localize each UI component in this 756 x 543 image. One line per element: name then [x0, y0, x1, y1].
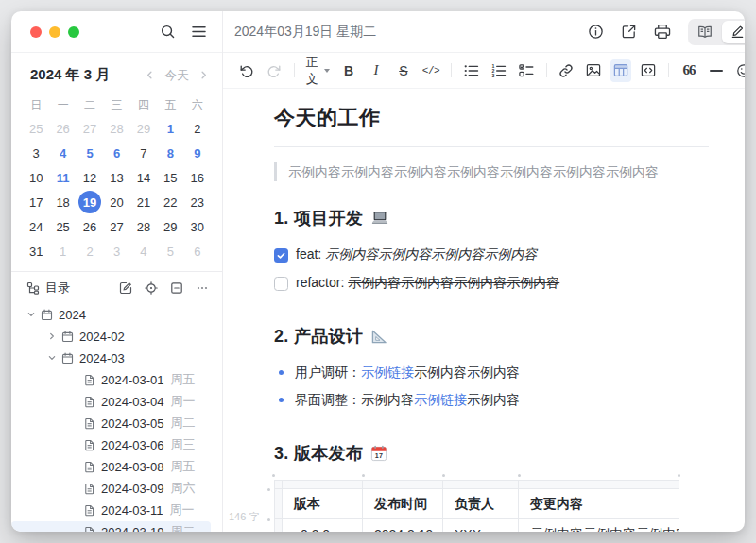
minimize-window-button[interactable]: [49, 26, 60, 38]
calendar-day[interactable]: 10: [23, 165, 49, 190]
calendar-day[interactable]: 28: [103, 116, 129, 141]
calendar-day[interactable]: 2: [77, 239, 103, 263]
search-icon[interactable]: [160, 24, 176, 40]
calendar-day[interactable]: 3: [23, 141, 49, 165]
toc-item-2024[interactable]: 2024: [11, 304, 211, 325]
inline-link[interactable]: 示例链接: [414, 392, 467, 409]
calendar-day[interactable]: 31: [23, 239, 49, 263]
bullet-list-icon[interactable]: [461, 59, 482, 82]
toc-item-2024-02[interactable]: 2024-02: [11, 326, 211, 347]
content-table[interactable]: 版本发布时间负责人变更内容v0.3.02024.3.19XXX示例内容示例内容示…: [274, 480, 679, 532]
document-content[interactable]: 今天的工作 示例内容示例内容示例内容示例内容示例内容示例内容示例内容 1. 项目…: [223, 89, 745, 532]
calendar-day[interactable]: 1: [49, 239, 76, 263]
calendar-day[interactable]: 4: [49, 141, 76, 165]
calendar-day[interactable]: 22: [157, 190, 183, 214]
emoji-icon[interactable]: [733, 59, 745, 82]
calendar-day[interactable]: 18: [49, 190, 76, 214]
table-column-handle[interactable]: [363, 481, 443, 489]
calendar-day[interactable]: 15: [157, 165, 183, 190]
table-row-handle[interactable]: [275, 519, 283, 532]
edit-mode-button[interactable]: [722, 21, 745, 43]
menu-icon[interactable]: [191, 25, 207, 39]
calendar-day[interactable]: 12: [77, 165, 103, 190]
calendar-day[interactable]: 27: [77, 116, 103, 141]
calendar-day[interactable]: 25: [23, 116, 49, 141]
toc-item-2024-03[interactable]: 2024-03: [11, 348, 211, 368]
compose-icon[interactable]: [119, 281, 132, 295]
calendar-day[interactable]: 8: [157, 141, 183, 165]
link-icon[interactable]: [556, 59, 576, 82]
calendar-day-selected[interactable]: 19: [77, 190, 103, 214]
calendar-day[interactable]: 26: [49, 116, 76, 141]
prev-month-icon[interactable]: [145, 70, 155, 80]
chevron-right-icon[interactable]: [47, 331, 57, 341]
calendar-day[interactable]: 29: [130, 116, 157, 141]
horizontal-rule-icon[interactable]: [706, 59, 727, 82]
toc-item-2024-03-06[interactable]: 2024-03-06周三: [11, 434, 211, 455]
calendar-day[interactable]: 1: [157, 116, 183, 141]
calendar-day[interactable]: 6: [103, 141, 129, 165]
calendar-day[interactable]: 5: [157, 239, 183, 263]
calendar-day[interactable]: 29: [157, 214, 183, 239]
table-corner-handle[interactable]: [275, 481, 283, 489]
info-icon[interactable]: [588, 24, 604, 40]
calendar-day[interactable]: 27: [103, 214, 129, 239]
share-icon[interactable]: [621, 24, 637, 40]
table-cell[interactable]: v0.3.0: [283, 519, 363, 532]
table-column-handle[interactable]: [519, 481, 679, 489]
calendar-day[interactable]: 30: [184, 214, 211, 239]
calendar-day[interactable]: 24: [23, 214, 49, 239]
chevron-down-icon[interactable]: [26, 310, 36, 319]
print-icon[interactable]: [654, 24, 671, 40]
next-month-icon[interactable]: [198, 70, 209, 80]
collapse-all-icon[interactable]: [170, 281, 183, 295]
table-column-handle[interactable]: [283, 481, 363, 489]
calendar-day[interactable]: 25: [49, 214, 76, 239]
table-cell[interactable]: 2024.3.19: [363, 519, 443, 532]
table-header-cell[interactable]: 变更内容: [519, 489, 679, 519]
calendar-day[interactable]: 13: [103, 165, 129, 190]
toc-item-2024-03-04[interactable]: 2024-03-04周一: [11, 391, 211, 412]
calendar-day[interactable]: 16: [184, 165, 211, 190]
calendar-day[interactable]: 14: [130, 165, 157, 190]
zoom-window-button[interactable]: [68, 26, 79, 38]
ordered-list-icon[interactable]: 123: [489, 59, 509, 82]
paragraph-style-dropdown[interactable]: 正文: [304, 59, 332, 82]
table-row-handle[interactable]: [275, 489, 283, 519]
checkbox-checked[interactable]: [274, 248, 288, 263]
calendar-day[interactable]: 7: [130, 141, 157, 165]
checkbox-unchecked[interactable]: [274, 277, 288, 291]
table-header-cell[interactable]: 负责人: [443, 489, 519, 519]
calendar-day[interactable]: 20: [103, 190, 129, 214]
read-mode-button[interactable]: [690, 21, 720, 43]
image-icon[interactable]: [583, 59, 604, 82]
calendar-day[interactable]: 11: [49, 165, 76, 190]
strikethrough-icon[interactable]: S: [393, 59, 414, 82]
table-column-handle[interactable]: [443, 481, 519, 489]
undo-icon[interactable]: [236, 59, 257, 82]
italic-icon[interactable]: I: [366, 59, 387, 82]
redo-icon[interactable]: [264, 59, 284, 82]
code-block-icon[interactable]: [638, 59, 659, 82]
close-window-button[interactable]: [30, 26, 42, 38]
inline-code-icon[interactable]: </>: [421, 59, 441, 82]
task-list-icon[interactable]: [516, 59, 537, 82]
calendar-day[interactable]: 6: [184, 239, 211, 263]
toc-item-2024-03-05[interactable]: 2024-03-05周二: [11, 413, 211, 433]
quote-icon[interactable]: 66: [679, 59, 699, 82]
calendar-day[interactable]: 2: [184, 116, 211, 141]
table-header-cell[interactable]: 发布时间: [363, 489, 443, 519]
calendar-day[interactable]: 5: [77, 141, 103, 165]
calendar-day[interactable]: 4: [130, 239, 157, 263]
table-header-cell[interactable]: 版本: [283, 489, 363, 519]
calendar-day[interactable]: 9: [184, 141, 211, 165]
toc-item-2024-03-11[interactable]: 2024-03-11周一: [11, 500, 211, 520]
table-cell[interactable]: XXX: [443, 519, 519, 532]
chevron-down-icon[interactable]: [47, 353, 57, 363]
bold-icon[interactable]: B: [338, 59, 359, 82]
calendar-day[interactable]: 17: [23, 190, 49, 214]
more-icon[interactable]: [196, 281, 209, 295]
calendar-day[interactable]: 21: [130, 190, 157, 214]
calendar-day[interactable]: 23: [184, 190, 211, 214]
toc-item-2024-03-01[interactable]: 2024-03-01周五: [11, 369, 211, 390]
